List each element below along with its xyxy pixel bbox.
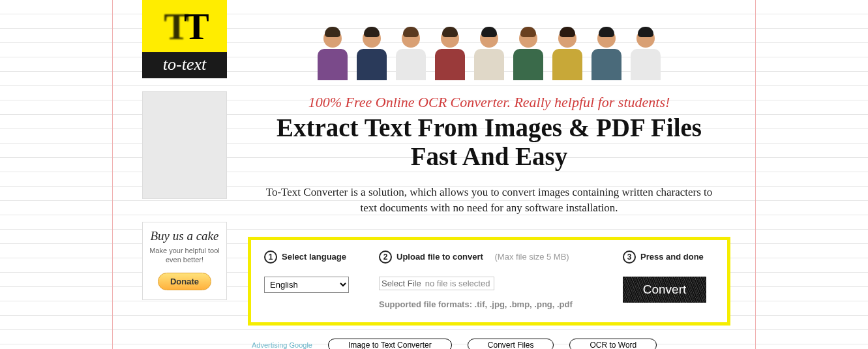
donate-box: Buy us a cake Make your helpful tool eve…: [142, 222, 227, 300]
step-select-language: 1 Select language English: [264, 250, 362, 309]
site-logo[interactable]: TT to-text: [142, 0, 227, 78]
select-file-button[interactable]: Select File: [382, 279, 421, 288]
hero-tagline: 100% Free Online OCR Converter. Really h…: [248, 94, 730, 111]
step3-head: 3 Press and done: [623, 250, 714, 264]
step-upload-file: 2 Upload file to convert (Max file size …: [379, 250, 606, 309]
step-press-done: 3 Press and done Convert: [623, 250, 714, 309]
convert-button[interactable]: Convert: [623, 277, 706, 303]
hero-headline: Extract Text From Images & PDF Files Fas…: [248, 114, 730, 170]
ad-label: Advertising Google: [252, 341, 312, 349]
sidebar-ad-placeholder: [142, 91, 227, 199]
logo-bottom: to-text: [142, 52, 227, 78]
person-icon: [431, 29, 469, 85]
donate-subtitle: Make your helpful tool even better!: [147, 246, 222, 265]
file-status: no file is selected: [425, 279, 490, 288]
donate-button[interactable]: Donate: [158, 273, 211, 290]
person-icon: [509, 29, 547, 85]
donate-title: Buy us a cake: [147, 229, 222, 243]
person-icon: [627, 29, 665, 85]
ad-link-ocr-to-word[interactable]: OCR to Word: [569, 339, 657, 349]
people-illustration: [248, 0, 730, 85]
ad-link-convert-files[interactable]: Convert Files: [468, 339, 554, 349]
step1-head: 1 Select language: [264, 250, 362, 264]
hero-description: To-Text Converter is a solution, which a…: [248, 185, 730, 216]
converter-panel: 1 Select language English 2 Upload file …: [248, 237, 730, 326]
ad-link-image-to-text[interactable]: Image to Text Converter: [328, 339, 452, 349]
logo-top: TT: [142, 0, 227, 52]
person-icon: [470, 29, 508, 85]
step2-number: 2: [379, 250, 392, 264]
person-icon: [314, 29, 352, 85]
person-icon: [548, 29, 586, 85]
step1-number: 1: [264, 250, 277, 264]
step1-label: Select language: [282, 252, 346, 262]
ad-link-row: Advertising Google Image to Text Convert…: [248, 339, 730, 349]
person-icon: [392, 29, 430, 85]
language-select[interactable]: English: [264, 277, 349, 293]
person-icon: [588, 29, 625, 85]
step3-label: Press and done: [640, 252, 704, 262]
step2-hint: (Max file size 5 MB): [495, 252, 569, 262]
file-input-row[interactable]: Select File no file is selected: [379, 277, 494, 290]
step3-number: 3: [623, 250, 636, 264]
person-icon: [353, 29, 391, 85]
step2-label: Upload file to convert: [397, 252, 483, 262]
main-column: 100% Free Online OCR Converter. Really h…: [248, 0, 730, 349]
supported-formats: Supported file formats: .tif, .jpg, .bmp…: [379, 299, 606, 309]
step2-head: 2 Upload file to convert (Max file size …: [379, 250, 606, 264]
page-wrap: TT to-text Buy us a cake Make your helpf…: [0, 0, 868, 349]
